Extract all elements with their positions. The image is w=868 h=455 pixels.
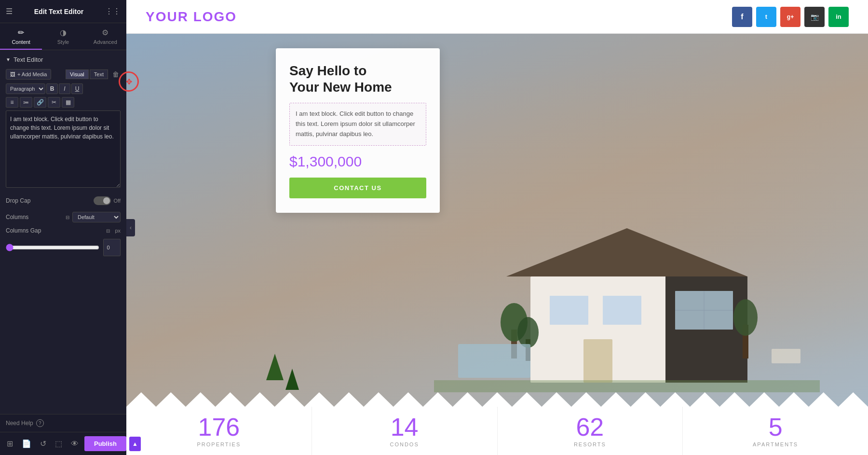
content-tab-icon: ✏ (18, 28, 24, 37)
drag-indicator: ✥ (119, 71, 139, 92)
toggle-state-label: Off (114, 198, 121, 204)
svg-rect-5 (583, 339, 612, 383)
stats-section: 176 PROPERTIES 14 CONDOS 62 RESORTS 5 AP… (126, 407, 868, 455)
stat-condos-number: 14 (391, 414, 419, 440)
text-editor-textarea[interactable]: I am text block. Click edit button to ch… (6, 110, 121, 188)
layers-button[interactable]: ⊞ (4, 437, 16, 450)
bold-button[interactable]: B (46, 83, 58, 94)
toggle-thumb (103, 197, 110, 204)
expand-button[interactable]: ▲ (129, 437, 141, 451)
svg-point-14 (733, 299, 758, 336)
history-button[interactable]: ↺ (37, 437, 49, 450)
stat-resorts: 62 RESORTS (498, 407, 683, 455)
preview-button[interactable]: 👁 (68, 438, 81, 450)
style-tab-icon: ◑ (60, 28, 67, 37)
stat-condos-label: CONDOS (390, 441, 419, 447)
tab-content[interactable]: ✏ Content (0, 23, 42, 50)
columns-gap-unit: px (115, 228, 121, 234)
hero-left-trees (266, 363, 299, 390)
stat-properties-number: 176 (198, 414, 240, 440)
columns-gap-icon: ⊟ (106, 228, 110, 234)
section-header[interactable]: ▼ Text Editor (6, 56, 121, 63)
svg-point-12 (517, 317, 539, 348)
linkedin-icon[interactable]: in (828, 7, 849, 27)
need-help-label: Need Help (6, 420, 33, 427)
contact-us-button[interactable]: CONTACT US (289, 178, 426, 198)
advanced-tab-icon: ⚙ (102, 28, 108, 37)
tab-style-label: Style (57, 39, 69, 45)
columns-row: Columns ⊟ Default 2 3 (6, 212, 121, 222)
gap-number-input[interactable] (103, 239, 121, 256)
toggle-track[interactable] (94, 196, 111, 205)
tab-advanced-label: Advanced (94, 39, 117, 45)
google-plus-icon[interactable]: g+ (780, 7, 800, 27)
hamburger-icon[interactable]: ☰ (6, 7, 13, 16)
columns-gap-label: Columns Gap (6, 227, 101, 234)
ordered-list-button[interactable]: ≔ (20, 97, 32, 108)
visual-view-button[interactable]: Visual (66, 69, 89, 79)
svg-rect-3 (550, 296, 588, 325)
add-media-button[interactable]: 🖼 + Add Media (6, 69, 51, 80)
left-panel: ☰ Edit Text Editor ⋮⋮ ✏ Content ◑ Style … (0, 0, 126, 455)
unordered-list-button[interactable]: ≡ (6, 97, 18, 108)
publish-button[interactable]: Publish (84, 436, 126, 451)
card-title-line2: Your New Home (289, 80, 392, 95)
bottom-bar: ⊞ 📄 ↺ ⬚ 👁 Publish ▲ (0, 432, 126, 455)
stat-apartments-number: 5 (769, 414, 783, 440)
view-toggle: Visual Text (66, 69, 108, 79)
right-area: YOUR LOGO f t g+ 📷 in (126, 0, 868, 455)
logo: YOUR LOGO (146, 9, 237, 25)
columns-icon: ⊟ (66, 215, 69, 220)
panel-drag-handle[interactable]: ‹ (126, 219, 135, 236)
panel-header: ☰ Edit Text Editor ⋮⋮ (0, 0, 126, 23)
add-media-icon: 🖼 (10, 71, 15, 77)
twitter-icon[interactable]: t (756, 7, 776, 27)
pages-button[interactable]: 📄 (19, 437, 34, 450)
stat-properties: 176 PROPERTIES (126, 407, 312, 455)
hero-section: Say Hello to Your New Home I am text blo… (126, 34, 868, 407)
svg-rect-17 (772, 349, 800, 363)
facebook-icon[interactable]: f (732, 7, 752, 27)
card-body-text: I am text block. Click edit button to ch… (296, 109, 420, 139)
card-price: $1,300,000 (289, 153, 426, 170)
link-button[interactable]: 🔗 (34, 97, 46, 108)
instagram-icon[interactable]: 📷 (804, 7, 825, 27)
stat-properties-label: PROPERTIES (197, 441, 241, 447)
responsive-button[interactable]: ⬚ (52, 437, 65, 450)
panel-tabs: ✏ Content ◑ Style ⚙ Advanced (0, 23, 126, 50)
panel-content: ▼ Text Editor 🖼 + Add Media Visual Text … (0, 50, 126, 414)
stat-apartments: 5 APARTMENTS (683, 407, 868, 455)
svg-marker-1 (506, 228, 747, 276)
tab-content-label: Content (12, 39, 30, 45)
svg-rect-16 (458, 344, 530, 378)
drop-cap-label: Drop Cap (6, 197, 44, 204)
columns-select[interactable]: Default 2 3 (72, 212, 121, 222)
grid-icon[interactable]: ⋮⋮ (105, 7, 121, 16)
stat-condos: 14 CONDOS (312, 407, 498, 455)
columns-label: Columns (6, 214, 61, 221)
drop-cap-toggle[interactable]: Off (94, 196, 121, 205)
columns-gap-row: Columns Gap ⊟ px (6, 227, 121, 234)
hero-card: Say Hello to Your New Home I am text blo… (276, 48, 440, 213)
svg-rect-4 (603, 296, 641, 325)
top-nav: YOUR LOGO f t g+ 📷 in (126, 0, 868, 34)
unlink-button[interactable]: ✂ (48, 97, 60, 108)
section-title: Text Editor (14, 56, 43, 63)
table-button[interactable]: ▦ (62, 97, 74, 108)
house-illustration (434, 199, 820, 392)
italic-button[interactable]: I (59, 83, 70, 94)
stat-apartments-label: APARTMENTS (753, 441, 798, 447)
format-toolbar: Paragraph Heading 1 Heading 2 B I U (6, 83, 121, 94)
section-arrow-icon: ▼ (6, 57, 11, 62)
panel-title: Edit Text Editor (34, 8, 83, 15)
underline-button[interactable]: U (71, 83, 83, 94)
social-icons-group: f t g+ 📷 in (732, 7, 849, 27)
paragraph-select[interactable]: Paragraph Heading 1 Heading 2 (6, 83, 45, 94)
stat-resorts-number: 62 (576, 414, 604, 440)
tab-advanced[interactable]: ⚙ Advanced (84, 23, 126, 50)
tab-style[interactable]: ◑ Style (42, 23, 84, 50)
text-view-button[interactable]: Text (90, 69, 108, 79)
need-help-footer: Need Help ? (0, 414, 126, 432)
gap-range-slider[interactable] (6, 244, 99, 251)
drop-cap-row: Drop Cap Off (6, 196, 121, 205)
